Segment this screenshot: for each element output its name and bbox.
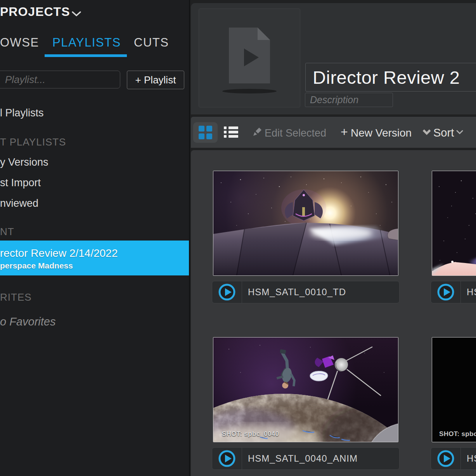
projects-menu[interactable]: PROJECTS <box>0 5 70 19</box>
version-nameplate: HSM_SATL_0010_TD <box>212 281 400 303</box>
version-card: SHOT: spbc_00 HS <box>431 337 476 469</box>
tab-playlists[interactable]: PLAYLISTS <box>52 36 121 50</box>
main-area: Edit Selected + New Version Sort <box>190 0 476 476</box>
grid-view-icon <box>199 126 212 139</box>
sidebar: PROJECTS OWSE PLAYLISTS CUTS + Playlist … <box>0 0 190 476</box>
version-thumbnail[interactable] <box>432 337 476 442</box>
grid-view-button[interactable] <box>193 122 218 143</box>
shot-watermark: SHOT: spbc_0040 <box>222 430 279 438</box>
version-name: HSM_SATL_0040_ANIM <box>248 448 358 469</box>
version-thumbnail[interactable] <box>213 171 398 276</box>
sidebar-item-unviewed[interactable]: nviewed <box>0 197 38 209</box>
plus-icon: + <box>341 125 348 139</box>
play-button[interactable] <box>431 448 461 469</box>
play-icon <box>218 284 235 301</box>
sidebar-item-selected-playlist[interactable]: rector Review 2/14/2022 perspace Madness <box>0 241 189 275</box>
new-version-button[interactable]: New Version <box>351 127 412 139</box>
play-button[interactable] <box>431 281 461 303</box>
version-nameplate: HSM_SATL_0040_ANIM <box>212 447 400 470</box>
app-screen: PROJECTS OWSE PLAYLISTS CUTS + Playlist … <box>0 0 476 476</box>
toolbar: Edit Selected + New Version Sort <box>191 117 476 148</box>
sidebar-section-favorites: RITES <box>0 291 32 303</box>
play-button[interactable] <box>212 281 242 303</box>
tab-browse[interactable]: OWSE <box>0 36 39 50</box>
thumbnail-pink-hull-scene <box>432 171 476 275</box>
selected-playlist-subtitle: perspace Madness <box>0 261 73 270</box>
sidebar-item-my-versions[interactable]: y Versions <box>0 156 48 168</box>
version-grid: HSM_SATL_0010_TD <box>191 150 476 476</box>
play-icon <box>218 450 235 467</box>
selected-playlist-title: rector Review 2/14/2022 <box>0 247 118 260</box>
thumbnail-astronaut-planet-scene <box>213 338 398 442</box>
version-thumbnail[interactable] <box>432 171 476 276</box>
playlist-search-input[interactable] <box>0 71 120 88</box>
video-document-icon <box>199 9 300 107</box>
version-card: SHOT: spbc_0040 HSM_SATL_0040_ANIM <box>212 337 400 469</box>
chevron-down-icon <box>71 11 81 17</box>
version-name: HS <box>467 448 476 469</box>
sort-button[interactable]: Sort <box>433 126 454 139</box>
tab-cuts[interactable]: CUTS <box>134 36 169 50</box>
play-icon <box>437 284 454 301</box>
chevron-down-icon <box>456 130 463 135</box>
version-card: HS <box>431 171 476 303</box>
sidebar-section-recent: NT <box>0 226 14 238</box>
version-card: HSM_SATL_0010_TD <box>212 171 400 303</box>
version-nameplate: HS <box>431 281 476 303</box>
thumbnail-black-slate <box>432 338 476 442</box>
playlist-poster-placeholder <box>199 9 300 107</box>
version-name: HS <box>467 281 476 303</box>
sidebar-section-smart-playlists: T PLAYLISTS <box>0 136 66 148</box>
edit-selected-button[interactable]: Edit Selected <box>265 127 326 139</box>
sort-direction-icon <box>422 129 431 135</box>
active-tab-underline <box>45 54 127 57</box>
pencil-icon <box>252 126 263 137</box>
play-icon <box>437 450 454 467</box>
playlist-description-input[interactable] <box>305 93 393 107</box>
sidebar-item-all-playlists[interactable]: l Playlists <box>0 107 44 119</box>
play-button[interactable] <box>212 448 242 469</box>
version-nameplate: HS <box>431 447 476 470</box>
shot-watermark: SHOT: spbc_00 <box>439 430 476 438</box>
favorites-empty-text: o Favorites <box>0 315 55 328</box>
list-view-icon[interactable] <box>224 126 238 138</box>
thumbnail-space-ship-scene <box>213 171 398 275</box>
playlist-header-panel <box>191 3 476 114</box>
version-name: HSM_SATL_0010_TD <box>248 281 346 303</box>
version-thumbnail[interactable] <box>213 337 398 442</box>
sidebar-item-last-import[interactable]: st Import <box>0 177 41 189</box>
playlist-title-input[interactable] <box>305 63 476 92</box>
add-playlist-button[interactable]: + Playlist <box>127 71 184 89</box>
